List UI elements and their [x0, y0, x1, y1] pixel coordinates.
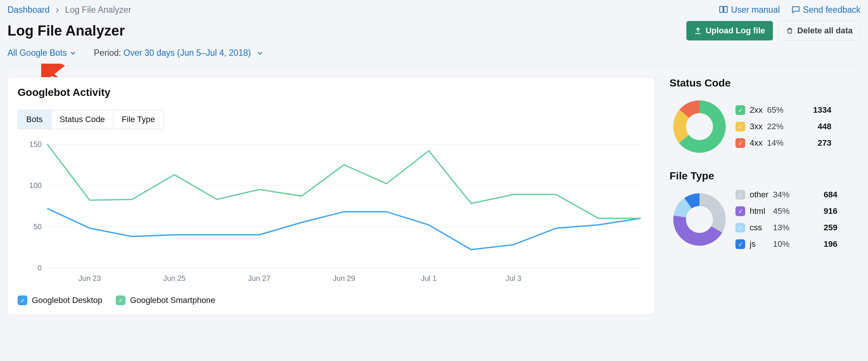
legend-row[interactable]: ✓ 3xx 22% 448	[735, 122, 831, 131]
tab-status-code[interactable]: Status Code	[51, 110, 113, 129]
page-title: Log File Analyzer	[7, 23, 125, 39]
delete-all-data-button[interactable]: Delete all data	[778, 21, 861, 40]
svg-text:100: 100	[29, 181, 42, 189]
svg-text:Jul 3: Jul 3	[506, 274, 522, 282]
period-filter: Period: Over 30 days (Jun 5–Jul 4, 2018)	[94, 48, 263, 58]
breadcrumb: Dashboard › Log File Analyzer	[7, 4, 131, 16]
legend-row[interactable]: ✓ other 34% 684	[735, 190, 837, 200]
legend-item[interactable]: ✓ Googlebot Smartphone	[116, 295, 215, 305]
checkbox-icon: ✓	[116, 295, 125, 305]
file-type-donut-chart	[670, 189, 729, 249]
svg-text:Jun 29: Jun 29	[333, 274, 355, 282]
status-code-donut-chart	[670, 97, 729, 157]
checkbox-icon: ✓	[735, 122, 745, 131]
checkbox-icon: ✓	[735, 105, 745, 115]
side-title: Status Code	[670, 77, 861, 89]
tab-bots[interactable]: Bots	[18, 110, 51, 129]
checkbox-icon: ✓	[735, 190, 745, 200]
book-icon	[719, 5, 728, 14]
chat-icon	[791, 5, 800, 14]
send-feedback-link[interactable]: Send feedback	[791, 5, 861, 15]
googlebot-activity-card: Googlebot Activity Bots Status Code File…	[7, 77, 655, 315]
chevron-right-icon: ›	[56, 4, 59, 16]
side-title: File Type	[670, 170, 861, 182]
file-type-panel: File Type ✓ other 34% 684 ✓ html 45% 916…	[670, 170, 861, 249]
legend-row[interactable]: ✓ js 10% 196	[735, 239, 837, 249]
legend-row[interactable]: ✓ html 45% 916	[735, 206, 837, 216]
legend-row[interactable]: ✓ 4xx 14% 273	[735, 138, 831, 148]
tab-file-type[interactable]: File Type	[113, 110, 163, 129]
upload-icon	[694, 27, 702, 34]
svg-text:Jun 23: Jun 23	[79, 274, 101, 282]
svg-text:0: 0	[37, 264, 42, 272]
activity-line-chart: 050100150Jun 23Jun 25Jun 27Jun 29Jul 1Ju…	[18, 140, 644, 286]
checkbox-icon: ✓	[18, 295, 27, 305]
user-manual-link[interactable]: User manual	[719, 5, 780, 15]
svg-text:Jul 1: Jul 1	[421, 274, 437, 282]
chevron-down-icon	[257, 50, 263, 56]
chart-legend: ✓ Googlebot Desktop ✓ Googlebot Smartpho…	[18, 295, 644, 305]
legend-item[interactable]: ✓ Googlebot Desktop	[18, 295, 102, 305]
svg-rect-0	[720, 6, 723, 12]
bots-filter-dropdown[interactable]: All Google Bots	[7, 48, 76, 58]
svg-text:150: 150	[29, 140, 42, 148]
checkbox-icon: ✓	[735, 239, 745, 249]
svg-text:50: 50	[33, 222, 42, 231]
status-code-panel: Status Code ✓ 2xx 65% 1334 ✓ 3xx 22% 448…	[670, 77, 861, 157]
upload-log-file-button[interactable]: Upload Log file	[686, 21, 773, 40]
period-filter-dropdown[interactable]: Over 30 days (Jun 5–Jul 4, 2018)	[124, 48, 263, 58]
tab-bar: Bots Status Code File Type	[18, 110, 164, 129]
checkbox-icon: ✓	[735, 223, 745, 233]
trash-icon	[786, 27, 793, 34]
legend-row[interactable]: ✓ 2xx 65% 1334	[735, 105, 831, 115]
svg-text:Jun 27: Jun 27	[248, 274, 270, 282]
checkbox-icon: ✓	[735, 206, 745, 216]
checkbox-icon: ✓	[735, 138, 745, 148]
breadcrumb-root[interactable]: Dashboard	[7, 5, 50, 15]
svg-rect-1	[724, 6, 727, 12]
chevron-down-icon	[70, 50, 76, 56]
svg-text:Jun 25: Jun 25	[163, 274, 185, 282]
breadcrumb-current: Log File Analyzer	[65, 5, 131, 15]
section-title: Googlebot Activity	[18, 87, 644, 98]
legend-row[interactable]: ✓ css 13% 259	[735, 223, 837, 233]
